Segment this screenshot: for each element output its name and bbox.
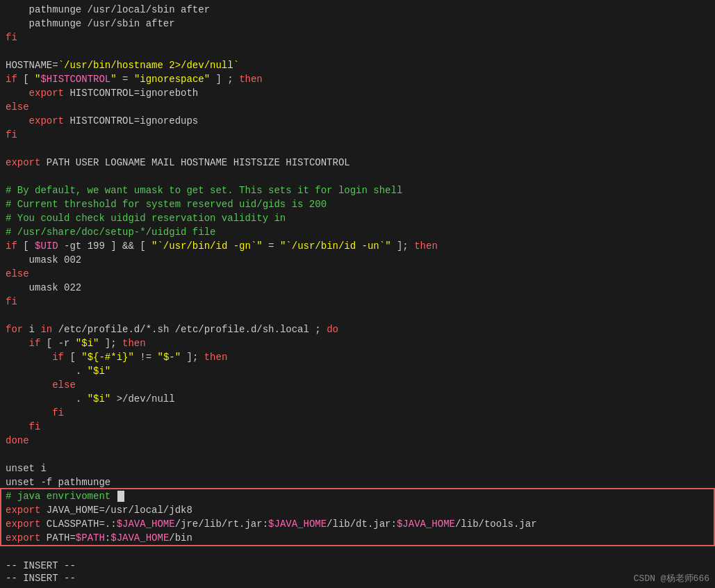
code-line: if [ "$HISTCONTROL" = "ignorespace" ] ; … — [6, 72, 709, 86]
code-editor[interactable]: pathmunge /usr/local/sbin after pathmung… — [0, 0, 715, 588]
code-line — [6, 170, 709, 183]
code-line — [6, 44, 709, 58]
code-line: fi — [6, 295, 709, 309]
code-line: fi — [6, 420, 709, 434]
code-line: export CLASSPATH=.:$JAVA_HOME/jre/lib/rt… — [6, 517, 709, 531]
code-line: pathmunge /usr/local/sbin after — [6, 3, 709, 17]
code-line: # You could check uidgid reservation val… — [6, 211, 709, 225]
code-line: for i in /etc/profile.d/*.sh /etc/profil… — [6, 322, 709, 336]
text-cursor — [117, 491, 124, 502]
code-line: else — [6, 267, 709, 281]
insert-mode-indicator: -- INSERT -- — [6, 573, 76, 584]
code-line: pathmunge /usr/sbin after — [6, 17, 709, 31]
code-line: else — [6, 100, 709, 114]
code-line — [6, 448, 709, 462]
code-line: # /usr/share/doc/setup-*/uidgid file — [6, 225, 709, 239]
code-line: # java envrivoment — [6, 489, 709, 503]
code-line: . "$i" — [6, 364, 709, 378]
code-line: if [ $UID -gt 199 ] && [ "`/usr/bin/id -… — [6, 239, 709, 253]
code-line: export HISTCONTROL=ignoreboth — [6, 86, 709, 100]
code-line: fi — [6, 406, 709, 420]
code-line: done — [6, 434, 709, 448]
code-line — [6, 142, 709, 156]
code-line: export HISTCONTROL=ignoredups — [6, 114, 709, 128]
code-line: else — [6, 378, 709, 392]
code-line: # Current threshold for system reserved … — [6, 197, 709, 211]
code-line: umask 022 — [6, 281, 709, 295]
code-line: unset i — [6, 462, 709, 475]
code-line — [6, 545, 709, 559]
code-line: umask 002 — [6, 253, 709, 267]
code-line: if [ "${-#*i}" != "$-" ]; then — [6, 350, 709, 364]
code-line: . "$i" >/dev/null — [6, 392, 709, 406]
code-line: fi — [6, 128, 709, 142]
code-line: export PATH USER LOGNAME MAIL HOSTNAME H… — [6, 156, 709, 170]
status-bar: -- INSERT -- CSDN @杨老师666 — [0, 569, 715, 588]
code-line: if [ -r "$i" ]; then — [6, 336, 709, 350]
code-line: HOSTNAME=`/usr/bin/hostname 2>/dev/null` — [6, 58, 709, 72]
code-line: export PATH=$PATH:$JAVA_HOME/bin — [6, 531, 709, 545]
code-line: # By default, we want umask to get set. … — [6, 183, 709, 197]
watermark: CSDN @杨老师666 — [634, 572, 709, 585]
code-line: fi — [6, 31, 709, 44]
code-line — [6, 309, 709, 322]
code-line: export JAVA_HOME=/usr/local/jdk8 — [6, 503, 709, 517]
code-line: unset -f pathmunge — [6, 475, 709, 489]
